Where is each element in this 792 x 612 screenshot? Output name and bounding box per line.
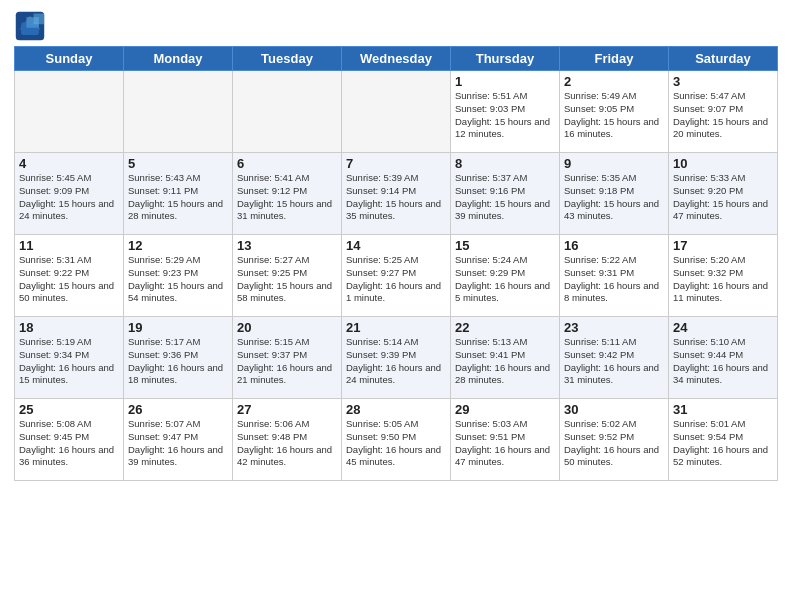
day-info: Sunrise: 5:08 AMSunset: 9:45 PMDaylight:… [19,418,119,469]
page: SundayMondayTuesdayWednesdayThursdayFrid… [0,0,792,612]
day-info: Sunrise: 5:22 AMSunset: 9:31 PMDaylight:… [564,254,664,305]
day-info: Sunrise: 5:15 AMSunset: 9:37 PMDaylight:… [237,336,337,387]
calendar: SundayMondayTuesdayWednesdayThursdayFrid… [14,46,778,481]
day-info: Sunrise: 5:07 AMSunset: 9:47 PMDaylight:… [128,418,228,469]
day-header-tuesday: Tuesday [233,47,342,71]
day-info: Sunrise: 5:27 AMSunset: 9:25 PMDaylight:… [237,254,337,305]
calendar-cell: 4Sunrise: 5:45 AMSunset: 9:09 PMDaylight… [15,153,124,235]
day-number: 1 [455,74,555,89]
day-info: Sunrise: 5:37 AMSunset: 9:16 PMDaylight:… [455,172,555,223]
day-info: Sunrise: 5:41 AMSunset: 9:12 PMDaylight:… [237,172,337,223]
day-number: 4 [19,156,119,171]
day-info: Sunrise: 5:01 AMSunset: 9:54 PMDaylight:… [673,418,773,469]
logo-icon [14,10,46,42]
day-number: 14 [346,238,446,253]
calendar-cell: 24Sunrise: 5:10 AMSunset: 9:44 PMDayligh… [669,317,778,399]
calendar-cell: 19Sunrise: 5:17 AMSunset: 9:36 PMDayligh… [124,317,233,399]
calendar-cell: 13Sunrise: 5:27 AMSunset: 9:25 PMDayligh… [233,235,342,317]
day-info: Sunrise: 5:13 AMSunset: 9:41 PMDaylight:… [455,336,555,387]
day-header-thursday: Thursday [451,47,560,71]
day-info: Sunrise: 5:43 AMSunset: 9:11 PMDaylight:… [128,172,228,223]
calendar-cell: 26Sunrise: 5:07 AMSunset: 9:47 PMDayligh… [124,399,233,481]
calendar-cell: 1Sunrise: 5:51 AMSunset: 9:03 PMDaylight… [451,71,560,153]
day-info: Sunrise: 5:45 AMSunset: 9:09 PMDaylight:… [19,172,119,223]
day-info: Sunrise: 5:31 AMSunset: 9:22 PMDaylight:… [19,254,119,305]
day-number: 12 [128,238,228,253]
calendar-cell: 20Sunrise: 5:15 AMSunset: 9:37 PMDayligh… [233,317,342,399]
day-number: 23 [564,320,664,335]
calendar-cell: 9Sunrise: 5:35 AMSunset: 9:18 PMDaylight… [560,153,669,235]
day-number: 28 [346,402,446,417]
day-info: Sunrise: 5:29 AMSunset: 9:23 PMDaylight:… [128,254,228,305]
calendar-cell: 17Sunrise: 5:20 AMSunset: 9:32 PMDayligh… [669,235,778,317]
day-number: 13 [237,238,337,253]
calendar-cell: 7Sunrise: 5:39 AMSunset: 9:14 PMDaylight… [342,153,451,235]
day-number: 24 [673,320,773,335]
day-number: 31 [673,402,773,417]
calendar-cell: 15Sunrise: 5:24 AMSunset: 9:29 PMDayligh… [451,235,560,317]
calendar-cell: 25Sunrise: 5:08 AMSunset: 9:45 PMDayligh… [15,399,124,481]
calendar-cell: 22Sunrise: 5:13 AMSunset: 9:41 PMDayligh… [451,317,560,399]
day-number: 16 [564,238,664,253]
calendar-cell: 23Sunrise: 5:11 AMSunset: 9:42 PMDayligh… [560,317,669,399]
day-number: 30 [564,402,664,417]
day-info: Sunrise: 5:49 AMSunset: 9:05 PMDaylight:… [564,90,664,141]
calendar-cell: 3Sunrise: 5:47 AMSunset: 9:07 PMDaylight… [669,71,778,153]
day-info: Sunrise: 5:47 AMSunset: 9:07 PMDaylight:… [673,90,773,141]
calendar-cell: 27Sunrise: 5:06 AMSunset: 9:48 PMDayligh… [233,399,342,481]
svg-marker-4 [34,14,45,25]
day-info: Sunrise: 5:33 AMSunset: 9:20 PMDaylight:… [673,172,773,223]
calendar-week-5: 25Sunrise: 5:08 AMSunset: 9:45 PMDayligh… [15,399,778,481]
day-info: Sunrise: 5:03 AMSunset: 9:51 PMDaylight:… [455,418,555,469]
day-number: 7 [346,156,446,171]
calendar-cell: 21Sunrise: 5:14 AMSunset: 9:39 PMDayligh… [342,317,451,399]
day-info: Sunrise: 5:20 AMSunset: 9:32 PMDaylight:… [673,254,773,305]
calendar-cell: 31Sunrise: 5:01 AMSunset: 9:54 PMDayligh… [669,399,778,481]
calendar-cell [124,71,233,153]
calendar-cell: 14Sunrise: 5:25 AMSunset: 9:27 PMDayligh… [342,235,451,317]
day-number: 25 [19,402,119,417]
calendar-cell [342,71,451,153]
calendar-week-4: 18Sunrise: 5:19 AMSunset: 9:34 PMDayligh… [15,317,778,399]
day-number: 9 [564,156,664,171]
day-number: 18 [19,320,119,335]
calendar-cell: 5Sunrise: 5:43 AMSunset: 9:11 PMDaylight… [124,153,233,235]
day-info: Sunrise: 5:35 AMSunset: 9:18 PMDaylight:… [564,172,664,223]
day-info: Sunrise: 5:39 AMSunset: 9:14 PMDaylight:… [346,172,446,223]
day-info: Sunrise: 5:10 AMSunset: 9:44 PMDaylight:… [673,336,773,387]
day-header-saturday: Saturday [669,47,778,71]
day-info: Sunrise: 5:25 AMSunset: 9:27 PMDaylight:… [346,254,446,305]
day-number: 8 [455,156,555,171]
day-info: Sunrise: 5:17 AMSunset: 9:36 PMDaylight:… [128,336,228,387]
day-number: 2 [564,74,664,89]
calendar-cell: 12Sunrise: 5:29 AMSunset: 9:23 PMDayligh… [124,235,233,317]
day-number: 3 [673,74,773,89]
calendar-week-2: 4Sunrise: 5:45 AMSunset: 9:09 PMDaylight… [15,153,778,235]
calendar-week-1: 1Sunrise: 5:51 AMSunset: 9:03 PMDaylight… [15,71,778,153]
day-info: Sunrise: 5:14 AMSunset: 9:39 PMDaylight:… [346,336,446,387]
day-info: Sunrise: 5:51 AMSunset: 9:03 PMDaylight:… [455,90,555,141]
day-number: 11 [19,238,119,253]
calendar-cell [233,71,342,153]
calendar-cell: 30Sunrise: 5:02 AMSunset: 9:52 PMDayligh… [560,399,669,481]
day-header-wednesday: Wednesday [342,47,451,71]
calendar-cell: 2Sunrise: 5:49 AMSunset: 9:05 PMDaylight… [560,71,669,153]
day-info: Sunrise: 5:02 AMSunset: 9:52 PMDaylight:… [564,418,664,469]
calendar-cell: 11Sunrise: 5:31 AMSunset: 9:22 PMDayligh… [15,235,124,317]
day-number: 19 [128,320,228,335]
day-number: 10 [673,156,773,171]
day-info: Sunrise: 5:06 AMSunset: 9:48 PMDaylight:… [237,418,337,469]
calendar-cell: 29Sunrise: 5:03 AMSunset: 9:51 PMDayligh… [451,399,560,481]
day-number: 20 [237,320,337,335]
day-number: 22 [455,320,555,335]
day-info: Sunrise: 5:24 AMSunset: 9:29 PMDaylight:… [455,254,555,305]
calendar-cell: 16Sunrise: 5:22 AMSunset: 9:31 PMDayligh… [560,235,669,317]
day-header-monday: Monday [124,47,233,71]
day-header-friday: Friday [560,47,669,71]
day-number: 17 [673,238,773,253]
calendar-week-3: 11Sunrise: 5:31 AMSunset: 9:22 PMDayligh… [15,235,778,317]
day-number: 15 [455,238,555,253]
day-info: Sunrise: 5:19 AMSunset: 9:34 PMDaylight:… [19,336,119,387]
day-number: 21 [346,320,446,335]
header [14,10,778,42]
